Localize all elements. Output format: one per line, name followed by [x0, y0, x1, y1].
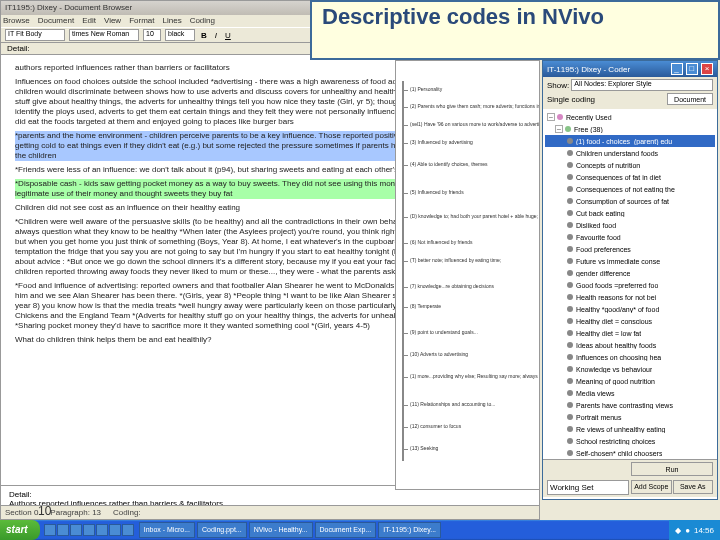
coder-buttons: Run Working Set Add Scope Save As: [543, 459, 717, 497]
node-icon: [567, 450, 573, 456]
tree-root[interactable]: − Recently Used: [545, 111, 715, 123]
tray-icon[interactable]: ◆: [675, 526, 681, 535]
run-button[interactable]: Run: [631, 462, 713, 476]
node-icon: [567, 318, 573, 324]
code-node[interactable]: Knowledge vs behaviour: [545, 363, 715, 375]
code-node[interactable]: Media views: [545, 387, 715, 399]
tree-node[interactable]: (4) Able to identify choices, themes: [410, 161, 488, 167]
ql-icon[interactable]: [109, 524, 121, 536]
tray-icon[interactable]: ●: [685, 526, 690, 535]
font-family-select[interactable]: times New Roman: [69, 29, 139, 41]
code-node[interactable]: Children understand foods: [545, 147, 715, 159]
tree-node[interactable]: (11) Relationships and accounting to...: [410, 401, 495, 407]
system-tray[interactable]: ◆ ● 14:56: [669, 520, 720, 540]
tree-node[interactable]: (1) more...providing why else; Resulting…: [410, 373, 540, 379]
code-node[interactable]: Re views of unhealthy eating: [545, 423, 715, 435]
code-node[interactable]: Meaning of good nutrition: [545, 375, 715, 387]
task-button[interactable]: Inbox - Micro...: [139, 522, 195, 538]
tree-node[interactable]: (T) better note; influenced by eating ti…: [410, 257, 501, 263]
collapse-icon[interactable]: −: [555, 125, 563, 133]
code-node[interactable]: Portrait menus: [545, 411, 715, 423]
tree-free[interactable]: − Free (38): [545, 123, 715, 135]
tree-node[interactable]: (13) Seeking: [410, 445, 438, 451]
menu-document[interactable]: Document: [38, 15, 74, 27]
font-style-select[interactable]: IT Fit Body: [5, 29, 65, 41]
add-scope-button[interactable]: Add Scope: [631, 480, 672, 494]
tree-node[interactable]: (1) Personality: [410, 86, 442, 92]
node-icon: [567, 402, 573, 408]
code-node[interactable]: Cut back eating: [545, 207, 715, 219]
coder-titlebar[interactable]: IT-1195:) Dixey - Coder _ □ ×: [543, 61, 717, 77]
code-node[interactable]: Influences on choosing hea: [545, 351, 715, 363]
task-button[interactable]: Document Exp...: [315, 522, 377, 538]
single-coding-label: Single coding: [547, 95, 665, 104]
code-node[interactable]: Consequences of fat in diet: [545, 171, 715, 183]
tree-node[interactable]: (12) consumer to focus: [410, 423, 461, 429]
maximize-button[interactable]: □: [686, 63, 698, 75]
code-node[interactable]: gender difference: [545, 267, 715, 279]
code-node[interactable]: (1) food - choices_(parent) edu: [545, 135, 715, 147]
code-node[interactable]: Good foods =preferred foo: [545, 279, 715, 291]
bold-button[interactable]: B: [199, 31, 209, 40]
code-node[interactable]: Future vs immediate conse: [545, 255, 715, 267]
task-button[interactable]: NVivo - Healthy...: [249, 522, 313, 538]
menu-format[interactable]: Format: [129, 15, 154, 27]
coder-tree[interactable]: − Recently Used − Free (38) (1) food - c…: [543, 109, 717, 459]
ql-icon[interactable]: [122, 524, 134, 536]
code-node[interactable]: Healthy diet = conscious: [545, 315, 715, 327]
node-icon: [567, 426, 573, 432]
close-button[interactable]: ×: [701, 63, 713, 75]
task-button[interactable]: Coding.ppt...: [197, 522, 247, 538]
menu-view[interactable]: View: [104, 15, 121, 27]
code-node[interactable]: School restricting choices: [545, 435, 715, 447]
font-size-select[interactable]: 10: [143, 29, 161, 41]
code-node[interactable]: Concepts of nutrition: [545, 159, 715, 171]
minimize-button[interactable]: _: [671, 63, 683, 75]
tree-node[interactable]: (sel1) Have '96 on various more to work/…: [410, 121, 540, 127]
code-node[interactable]: Self-chosen* child choosers: [545, 447, 715, 459]
menu-coding[interactable]: Coding: [190, 15, 215, 27]
code-node[interactable]: Healthy diet = low fat: [545, 327, 715, 339]
node-icon: [567, 138, 573, 144]
start-button[interactable]: start: [0, 520, 40, 540]
italic-button[interactable]: I: [213, 31, 219, 40]
font-color-select[interactable]: black: [165, 29, 195, 41]
code-node[interactable]: Ideas about healthy foods: [545, 339, 715, 351]
node-label: Favourite food: [576, 234, 621, 241]
tree-node[interactable]: (2) Parents who give them cash; more adv…: [410, 103, 540, 109]
code-node[interactable]: Health reasons for not bei: [545, 291, 715, 303]
ql-icon[interactable]: [57, 524, 69, 536]
tree-node[interactable]: (8) Temperate: [410, 303, 441, 309]
code-node[interactable]: Disliked food: [545, 219, 715, 231]
code-node[interactable]: Healthy *good/any* of food: [545, 303, 715, 315]
tree-node[interactable]: (3) Influenced by advertising: [410, 139, 473, 145]
save-as-button[interactable]: Save As: [673, 480, 714, 494]
document-button[interactable]: Document: [667, 93, 713, 105]
underline-button[interactable]: U: [223, 31, 233, 40]
tree-node[interactable]: (9) point to understand goals...: [410, 329, 478, 335]
code-node[interactable]: Food preferences: [545, 243, 715, 255]
tree-node[interactable]: (7) knowledge...re obtaining decisions: [410, 283, 494, 289]
ql-icon[interactable]: [44, 524, 56, 536]
menu-edit[interactable]: Edit: [82, 15, 96, 27]
collapse-icon[interactable]: −: [547, 113, 555, 121]
tree-node[interactable]: (10) Adverts to advertising: [410, 351, 468, 357]
tree-node[interactable]: (6) Not influenced by friends: [410, 239, 473, 245]
code-node[interactable]: Consumption of sources of fat: [545, 195, 715, 207]
ql-icon[interactable]: [96, 524, 108, 536]
ql-icon[interactable]: [83, 524, 95, 536]
show-dropdown[interactable]: All Nodes: Explorer Style: [571, 79, 713, 91]
code-node[interactable]: Parents have contrasting views: [545, 399, 715, 411]
node-icon: [567, 246, 573, 252]
menu-browse[interactable]: Browse: [3, 15, 30, 27]
ql-icon[interactable]: [70, 524, 82, 536]
node-icon: [567, 270, 573, 276]
menu-lines[interactable]: Lines: [163, 15, 182, 27]
tree-node[interactable]: (D) knowledge to; had both your parent h…: [410, 213, 540, 219]
working-set-dropdown[interactable]: Working Set: [547, 480, 629, 496]
code-node[interactable]: Favourite food: [545, 231, 715, 243]
task-button[interactable]: IT-1195:) Dixey...: [378, 522, 441, 538]
code-node[interactable]: Consequences of not eating the: [545, 183, 715, 195]
tree-diagram-panel[interactable]: (1) Personality(2) Parents who give them…: [395, 60, 540, 490]
tree-node[interactable]: (5) Influenced by friends: [410, 189, 464, 195]
